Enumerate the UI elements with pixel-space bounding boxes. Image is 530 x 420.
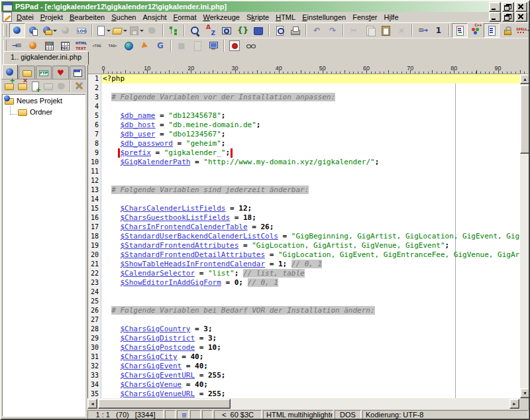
title-bar[interactable]: PSPad - [e:\gigkalender12\gigkalender12\… xyxy=(1,1,529,12)
dropdown-arrow-icon[interactable] xyxy=(52,24,57,37)
code-line[interactable]: 27 xyxy=(88,315,520,325)
code-line[interactable]: 3 # Folgende Variablen vor der Installat… xyxy=(88,93,520,102)
code-line[interactable]: 34 $CharsGigVenue = 40; xyxy=(88,380,520,390)
tab-1-gigkalender-ini-php[interactable]: 1.. gigkalender.ini.php xyxy=(3,51,89,65)
horizontal-scrollbar[interactable]: ◄ ► xyxy=(87,398,530,409)
help-book-button[interactable] xyxy=(250,23,266,38)
close-button[interactable] xyxy=(515,2,527,12)
code-line[interactable]: 25 xyxy=(88,297,520,306)
code-line[interactable]: 10 $GigKalenderPath = "http://www.my-dom… xyxy=(88,158,520,167)
code-line[interactable]: 4 xyxy=(88,102,520,111)
menu-einstellungen[interactable]: Einstellungen xyxy=(299,13,349,22)
menu-datei[interactable]: Datei xyxy=(13,13,37,22)
sidebar-tab-favorites[interactable]: ♥ xyxy=(52,66,68,79)
dropdown-arrow-icon[interactable] xyxy=(139,24,144,37)
menu-skripte[interactable]: Skripte xyxy=(243,13,272,22)
open-project-button[interactable] xyxy=(41,23,58,38)
app-icon[interactable] xyxy=(3,2,13,11)
code-line[interactable]: 33 $CharsGigEventURL = 255; xyxy=(88,371,520,380)
dropdown-arrow-icon[interactable] xyxy=(123,24,127,37)
text-diff-button[interactable] xyxy=(242,38,258,53)
add-file-button[interactable] xyxy=(28,79,42,93)
code-line[interactable]: 17 $CharsInFrontendCalenderTable = 26; xyxy=(88,223,520,232)
code-line[interactable]: 31 $CharsGigCity = 40; xyxy=(88,352,520,362)
remove-folder-button[interactable] xyxy=(16,79,29,93)
code-line[interactable]: 1<?php xyxy=(88,74,520,83)
horizontal-scroll-thumb[interactable] xyxy=(98,399,231,409)
code-line[interactable]: 19 $StandardFrontendAttributes = "GigLoc… xyxy=(88,241,520,250)
google-search-button[interactable]: G xyxy=(152,38,168,53)
code-line[interactable]: 22 $CalendarSelector = "list"; // list, … xyxy=(88,269,520,278)
search-replace-button[interactable] xyxy=(203,23,219,38)
code-line[interactable]: 12 xyxy=(88,176,520,185)
scroll-left-button[interactable]: ◄ xyxy=(87,399,97,409)
open-file-button[interactable] xyxy=(111,23,128,38)
mdi-minimize-button[interactable] xyxy=(489,12,501,22)
vertical-scroll-thumb[interactable] xyxy=(520,85,530,154)
code-line[interactable]: 28 $CharsGigCountry = 3; xyxy=(88,325,520,334)
code-line[interactable]: 24 xyxy=(88,288,520,297)
toolbar-grip[interactable] xyxy=(3,40,7,52)
redo-button[interactable]: ↷ xyxy=(325,23,341,38)
code-line[interactable]: 30 $CharsGigPostcode = 10; xyxy=(88,343,520,352)
code-line[interactable]: 26 # Folgende Variablen bei Bedarf VOR d… xyxy=(88,306,520,315)
web-browser-button[interactable] xyxy=(121,38,136,53)
vertical-scrollbar[interactable]: ▲ ▼ xyxy=(520,74,530,398)
code-explorer-button[interactable]: {} xyxy=(235,23,250,38)
mdi-close-button[interactable] xyxy=(515,12,527,22)
print-button[interactable] xyxy=(288,23,303,38)
tree-item-ordner[interactable]: Ordner xyxy=(3,106,85,117)
new-file-button[interactable] xyxy=(95,23,111,38)
line-numbers-button[interactable]: 1 xyxy=(431,23,447,38)
toggle-project-panel-button[interactable] xyxy=(9,23,25,38)
sidebar-tab-ftp[interactable] xyxy=(36,66,52,79)
code-line[interactable]: 11 xyxy=(88,167,520,176)
strip-close-tags-button[interactable] xyxy=(105,38,121,53)
print-preview-button[interactable] xyxy=(272,23,288,38)
browser-preview-button[interactable] xyxy=(205,38,221,53)
indent-block-button[interactable] xyxy=(415,23,431,38)
scroll-up-button[interactable]: ▲ xyxy=(520,74,530,84)
paste-button[interactable] xyxy=(378,23,394,38)
code-line[interactable]: 20 $StandardFrontendDetailAttributes = "… xyxy=(88,250,520,260)
spell-check-button[interactable] xyxy=(515,23,530,38)
macro-record-button[interactable] xyxy=(227,38,242,53)
code-line[interactable]: 14 xyxy=(88,195,520,204)
new-project-button[interactable] xyxy=(25,23,41,38)
menu-hilfe[interactable]: Hilfe xyxy=(381,13,402,22)
menu-bearbeiten[interactable]: Bearbeiten xyxy=(66,13,108,22)
scroll-down-button[interactable]: ▼ xyxy=(520,388,530,398)
menu-projekt[interactable]: Projekt xyxy=(37,13,66,22)
code-list-button[interactable] xyxy=(484,23,500,38)
code-line[interactable]: 9 $prefix = "gigkalender_"; xyxy=(88,148,520,158)
code-line[interactable]: 29 $CharsGigDistrict = 3; xyxy=(88,334,520,343)
undo-button[interactable]: ↶ xyxy=(309,23,325,38)
code-line[interactable]: 8 $db_password = "geheim"; xyxy=(88,139,520,148)
code-line[interactable]: 23 $ShowEditorInAddGigForm = 0; // 0, 1 xyxy=(88,278,520,288)
code-line[interactable]: 7 $db_user = "dbo1234567"; xyxy=(88,130,520,139)
toolbar-grip[interactable] xyxy=(3,25,7,36)
code-line[interactable]: 13 # Folgende Variablen sind jederzeit ä… xyxy=(88,185,520,195)
restore-button[interactable] xyxy=(502,2,514,12)
menu-suchen[interactable]: Suchen xyxy=(108,13,139,22)
code-line[interactable]: 16 $CharsGuestbookListFields = 18; xyxy=(88,213,520,223)
strip-open-tags-button[interactable] xyxy=(89,38,105,53)
code-editor[interactable]: 0102030405060708090 1<?php23 # Folgende … xyxy=(87,65,530,398)
tree-item-neues-projekt[interactable]: Neues Projekt xyxy=(3,95,85,106)
menu-ansicht[interactable]: Ansicht xyxy=(140,13,170,22)
code-line[interactable]: 21 $ShowTableHeadsInFrontendCalendar = 1… xyxy=(88,260,520,269)
add-folder-button[interactable] xyxy=(3,79,16,93)
html-validate-button[interactable] xyxy=(136,38,152,53)
syntax-highlighting-button[interactable] xyxy=(452,23,468,38)
minimize-button[interactable] xyxy=(489,2,501,12)
menu-format[interactable]: Format xyxy=(170,13,200,22)
read-only-lock-button[interactable] xyxy=(500,23,515,38)
highlighter-settings-button[interactable] xyxy=(468,23,484,38)
menu-html[interactable]: HTML xyxy=(272,13,299,22)
dropdown-arrow-icon[interactable] xyxy=(106,24,111,37)
code-line[interactable]: 5 $db_name = "db12345678"; xyxy=(88,111,520,121)
code-line[interactable]: 15 $CharsCalenderListFields = 12; xyxy=(88,204,520,213)
document-system-icon[interactable] xyxy=(3,12,12,22)
project-settings-button[interactable] xyxy=(73,79,86,93)
menu-fenster[interactable]: Fenster xyxy=(349,13,380,22)
